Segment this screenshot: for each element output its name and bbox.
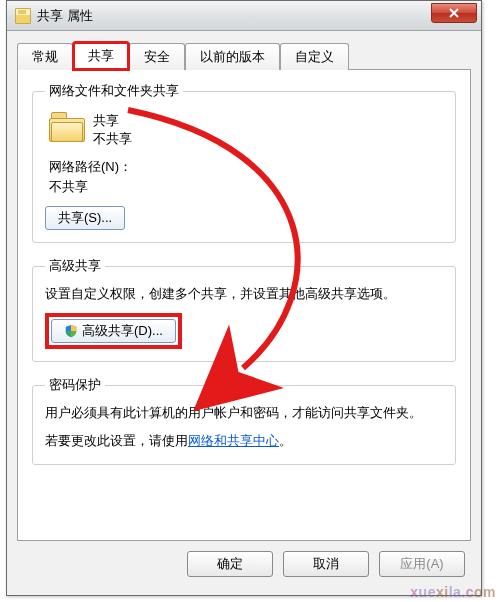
ok-button[interactable]: 确定	[187, 551, 273, 577]
network-path-label: 网络路径(N)：	[49, 158, 443, 176]
shield-icon	[64, 324, 78, 338]
properties-dialog: 共享 属性 常规 共享 安全 以前的版本 自定义	[6, 0, 482, 596]
titlebar[interactable]: 共享 属性	[7, 1, 481, 31]
tab-panel-sharing: 网络文件和文件夹共享 共享 不共享 网络路径(N)： 不共享 共享(S)...	[17, 69, 471, 541]
tab-strip: 常规 共享 安全 以前的版本 自定义	[17, 41, 471, 69]
close-icon	[448, 8, 460, 18]
advanced-share-highlight: 高级共享(D)...	[45, 313, 182, 349]
window-title: 共享 属性	[37, 7, 93, 25]
password-desc-2: 若要更改此设置，请使用网络和共享中心。	[45, 432, 443, 450]
folder-text: 共享 不共享	[93, 112, 132, 148]
password-desc-1: 用户必须具有此计算机的用户帐户和密码，才能访问共享文件夹。	[45, 404, 443, 422]
dialog-footer: 确定 取消 应用(A)	[17, 541, 471, 585]
advanced-share-label: 高级共享(D)...	[82, 322, 163, 340]
group-network-legend: 网络文件和文件夹共享	[45, 82, 183, 100]
group-password-legend: 密码保护	[45, 376, 105, 394]
watermark: xuexila.com	[410, 584, 496, 600]
password-line2-prefix: 若要更改此设置，请使用	[45, 433, 188, 448]
advanced-share-button[interactable]: 高级共享(D)...	[51, 319, 176, 343]
tab-previous-versions[interactable]: 以前的版本	[185, 43, 280, 70]
advanced-desc: 设置自定义权限，创建多个共享，并设置其他高级共享选项。	[45, 285, 443, 303]
close-button[interactable]	[431, 3, 477, 23]
tab-sharing[interactable]: 共享	[73, 42, 129, 70]
group-password-protection: 密码保护 用户必须具有此计算机的用户帐户和密码，才能访问共享文件夹。 若要更改此…	[32, 376, 456, 465]
share-button[interactable]: 共享(S)...	[45, 206, 125, 230]
group-network-sharing: 网络文件和文件夹共享 共享 不共享 网络路径(N)： 不共享 共享(S)...	[32, 82, 456, 243]
share-status: 不共享	[93, 130, 132, 148]
network-path-value: 不共享	[49, 178, 443, 196]
folder-info: 共享 不共享	[49, 112, 443, 148]
tab-general[interactable]: 常规	[17, 43, 73, 70]
folder-icon	[15, 8, 31, 24]
apply-button[interactable]: 应用(A)	[379, 551, 465, 577]
tab-security[interactable]: 安全	[129, 43, 185, 70]
network-sharing-center-link[interactable]: 网络和共享中心	[188, 433, 279, 448]
client-area: 常规 共享 安全 以前的版本 自定义 网络文件和文件夹共享	[7, 31, 481, 595]
group-advanced-sharing: 高级共享 设置自定义权限，创建多个共享，并设置其他高级共享选项。 高级共享(D)…	[32, 257, 456, 362]
group-advanced-legend: 高级共享	[45, 257, 105, 275]
cancel-button[interactable]: 取消	[283, 551, 369, 577]
share-button-label: 共享(S)...	[58, 209, 112, 227]
folder-name: 共享	[93, 112, 132, 130]
tab-customize[interactable]: 自定义	[280, 43, 349, 70]
password-line2-suffix: 。	[279, 433, 292, 448]
folder-icon	[49, 112, 85, 142]
